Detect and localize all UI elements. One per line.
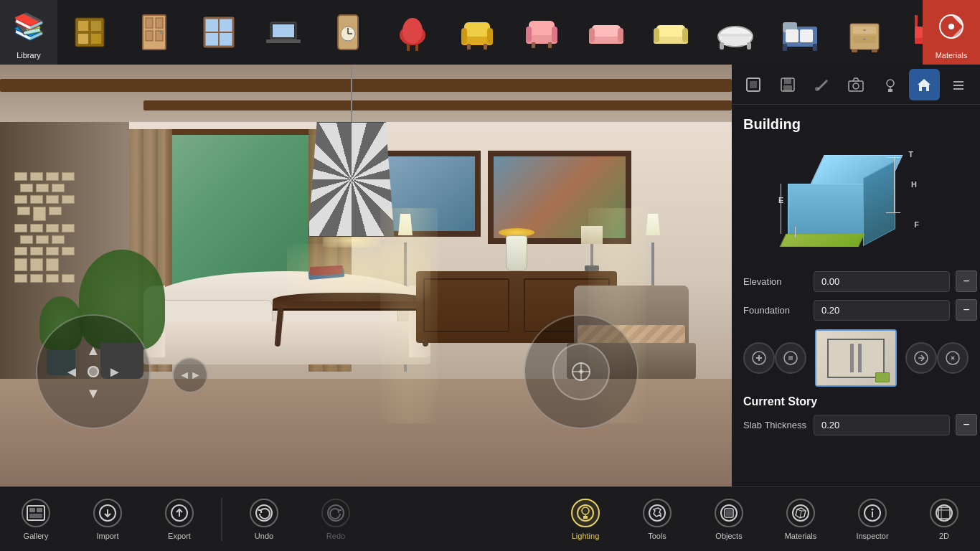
svg-rect-62 — [872, 50, 877, 52]
materials-label: Materials — [936, 51, 968, 60]
rp-tool-home[interactable] — [909, 69, 941, 100]
svg-rect-49 — [747, 42, 751, 50]
select-story-button[interactable] — [775, 342, 806, 374]
import-button[interactable]: Import — [72, 487, 143, 552]
svg-point-78 — [815, 87, 819, 91]
svg-point-111 — [649, 505, 665, 521]
undo-button[interactable]: Undo — [228, 487, 300, 552]
lighting-button[interactable]: Lighting — [550, 487, 621, 552]
pendant-lamp — [308, 65, 395, 248]
elevation-label: Elevation — [743, 276, 808, 287]
building-diagram: T H E F — [743, 144, 969, 259]
2d-button[interactable]: 2D — [908, 487, 980, 552]
svg-rect-35 — [532, 42, 535, 48]
tools-icon — [643, 499, 672, 527]
furniture-armchair-yellow[interactable] — [445, 0, 509, 65]
svg-rect-61 — [852, 50, 857, 52]
svg-point-118 — [872, 508, 874, 510]
svg-point-68 — [948, 24, 954, 29]
beam-2 — [143, 100, 732, 110]
foundation-input[interactable] — [814, 300, 950, 321]
svg-rect-40 — [618, 28, 623, 42]
rp-tool-paint[interactable] — [806, 69, 837, 100]
svg-rect-74 — [750, 81, 757, 88]
gallery-button[interactable]: Gallery — [0, 487, 72, 552]
delete-story-button[interactable] — [937, 342, 969, 374]
furniture-sofa-yellow[interactable] — [639, 0, 703, 65]
furniture-dresser[interactable] — [832, 0, 897, 65]
svg-rect-82 — [922, 87, 926, 91]
svg-rect-27 — [461, 28, 467, 44]
svg-rect-6 — [146, 18, 153, 28]
svg-rect-34 — [552, 27, 557, 42]
tools-button[interactable]: Tools — [621, 487, 693, 552]
svg-rect-53 — [800, 29, 813, 42]
svg-rect-38 — [592, 25, 621, 37]
current-story-title: Current Story — [743, 395, 969, 408]
room-scene: ▲ ◄ ► ▼ ◄► — [0, 65, 732, 486]
library-button[interactable]: 📚 Library — [0, 0, 57, 65]
foundation-minus[interactable]: − — [956, 299, 977, 321]
floor-preview[interactable] — [815, 329, 897, 387]
objects-icon — [715, 499, 743, 527]
svg-rect-114 — [726, 510, 732, 516]
add-story-button[interactable] — [743, 342, 775, 374]
lighting-label: Lighting — [572, 532, 600, 540]
svg-rect-76 — [784, 78, 791, 84]
svg-rect-96 — [29, 514, 42, 518]
svg-rect-36 — [548, 42, 552, 48]
furniture-sofa-pink[interactable] — [574, 0, 639, 65]
nav-joystick-right[interactable] — [524, 314, 639, 429]
elevation-minus[interactable]: − — [956, 270, 977, 292]
furniture-window[interactable] — [187, 0, 251, 65]
inspector-button[interactable]: Inspector — [837, 487, 908, 552]
lighting-icon — [571, 499, 600, 527]
rp-tool-light[interactable] — [875, 69, 906, 100]
wall-decoration — [14, 172, 86, 316]
rp-tool-save[interactable] — [772, 69, 804, 100]
tools-label: Tools — [648, 532, 666, 540]
furniture-clock[interactable] — [316, 0, 380, 65]
materials-bottom-button[interactable]: Materials — [765, 487, 837, 552]
furniture-laptop[interactable] — [251, 0, 316, 65]
furniture-bathtub[interactable] — [703, 0, 768, 65]
furniture-chair-red[interactable] — [380, 0, 445, 65]
import-label: Import — [96, 532, 118, 540]
library-label: Library — [17, 51, 41, 60]
svg-rect-3 — [78, 34, 88, 44]
undo-icon — [250, 499, 278, 527]
materials-button[interactable]: Materials — [923, 0, 980, 65]
nav-look-button[interactable]: ◄► — [172, 357, 208, 393]
nav-joystick-left[interactable]: ▲ ◄ ► ▼ — [36, 314, 151, 429]
svg-rect-29 — [467, 44, 471, 50]
svg-rect-8 — [156, 18, 163, 28]
duplicate-story-button[interactable] — [905, 342, 937, 374]
svg-line-109 — [580, 506, 582, 507]
slab-thickness-input[interactable] — [814, 415, 950, 435]
objects-button[interactable]: Objects — [693, 487, 765, 552]
main-scene[interactable]: ▲ ◄ ► ▼ ◄► — [0, 65, 732, 486]
svg-rect-52 — [786, 29, 798, 42]
svg-rect-47 — [721, 37, 750, 45]
svg-rect-46 — [718, 34, 753, 37]
svg-rect-26 — [464, 22, 490, 37]
gallery-icon — [22, 499, 50, 527]
coffee-table[interactable] — [265, 289, 438, 375]
rp-tool-list[interactable] — [943, 69, 974, 100]
furniture-chair-pink[interactable] — [509, 0, 574, 65]
top-toolbar: 📚 Library — [0, 0, 980, 65]
furniture-door[interactable] — [122, 0, 187, 65]
redo-button[interactable]: Redo — [300, 487, 372, 552]
svg-rect-23 — [407, 44, 410, 51]
svg-point-80 — [853, 83, 859, 89]
furniture-bed[interactable] — [768, 0, 832, 65]
rp-tool-select[interactable] — [738, 69, 769, 100]
furniture-bookshelf[interactable] — [57, 0, 122, 65]
slab-thickness-minus[interactable]: − — [956, 414, 977, 435]
elevation-input[interactable] — [814, 271, 950, 292]
rp-tool-camera[interactable] — [840, 69, 872, 100]
export-icon — [165, 499, 194, 527]
export-button[interactable]: Export — [143, 487, 215, 552]
svg-rect-120 — [938, 507, 950, 519]
svg-rect-77 — [783, 85, 792, 91]
